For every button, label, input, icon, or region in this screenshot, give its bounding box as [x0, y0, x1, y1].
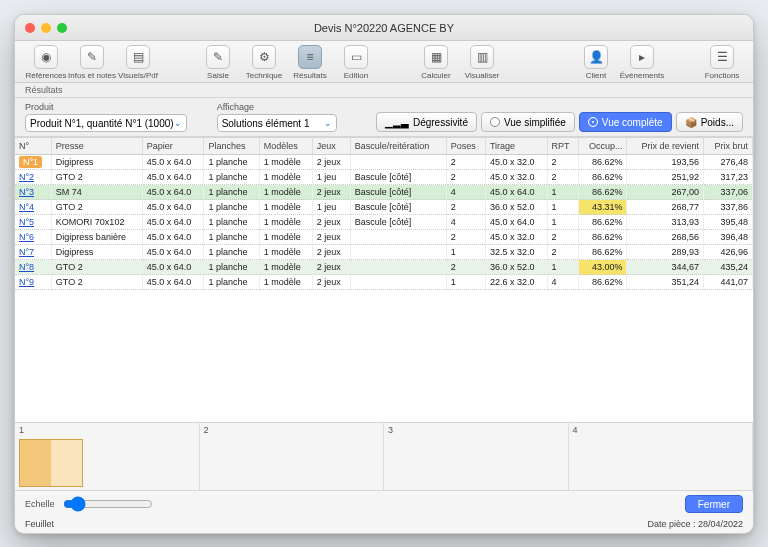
- package-icon: 📦: [685, 117, 697, 128]
- visualiser-icon: ▥: [470, 45, 494, 69]
- echelle-label: Echelle: [25, 499, 55, 509]
- col-header[interactable]: Presse: [51, 138, 142, 155]
- row-number-link[interactable]: N°9: [19, 277, 34, 287]
- table-row[interactable]: N°1Digipress45.0 x 64.01 planche1 modèle…: [15, 155, 753, 170]
- results-table-wrap[interactable]: N°PressePapierPlanchesModèlesJeuxBascule…: [15, 137, 753, 423]
- col-header[interactable]: Prix de revient: [627, 138, 704, 155]
- row-number-link[interactable]: N°1: [19, 156, 42, 168]
- produit-select[interactable]: Produit N°1, quantité N°1 (1000) ⌄: [25, 114, 187, 132]
- row-number-link[interactable]: N°3: [19, 187, 34, 197]
- degressivite-button[interactable]: ▁▂▃ Dégressivité: [376, 112, 477, 132]
- fonctions-icon: ☰: [710, 45, 734, 69]
- col-header[interactable]: Jeux: [312, 138, 350, 155]
- toolbar-fonctions[interactable]: ☰Fonctions: [701, 45, 743, 80]
- row-number-link[interactable]: N°6: [19, 232, 34, 242]
- close-window-button[interactable]: [25, 23, 35, 33]
- table-row[interactable]: N°3SM 7445.0 x 64.01 planche1 modèle2 je…: [15, 185, 753, 200]
- titlebar: Devis N°20220 AGENCE BY: [15, 15, 753, 41]
- thumbnail-cell[interactable]: 3: [384, 423, 569, 490]
- toolbar-client[interactable]: 👤Client: [575, 45, 617, 80]
- produit-label: Produit: [25, 102, 187, 112]
- toolbar-r-sultats[interactable]: ≡Résultats: [289, 45, 331, 80]
- table-row[interactable]: N°5KOMORI 70x10245.0 x 64.01 planche1 mo…: [15, 215, 753, 230]
- vue-simplifiee-button[interactable]: Vue simplifiée: [481, 112, 575, 132]
- main-toolbar: ◉Références✎Infos et notes▤Visuels/Pdf✎S…: [15, 41, 753, 83]
- saisie-icon: ✎: [206, 45, 230, 69]
- row-number-link[interactable]: N°8: [19, 262, 34, 272]
- col-header[interactable]: Prix brut: [704, 138, 753, 155]
- thumbnail-cell[interactable]: 4: [569, 423, 754, 490]
- toolbar-calculer[interactable]: ▦Calculer: [415, 45, 457, 80]
- affichage-select[interactable]: Solutions élément 1 ⌄: [217, 114, 337, 132]
- col-header[interactable]: Planches: [204, 138, 259, 155]
- table-row[interactable]: N°2GTO 245.0 x 64.01 planche1 modèle1 je…: [15, 170, 753, 185]
- footer-left: Feuillet: [25, 519, 54, 529]
- filter-bar: Produit Produit N°1, quantité N°1 (1000)…: [15, 98, 753, 137]
- edition-icon: ▭: [344, 45, 368, 69]
- col-header[interactable]: Bascule/reitération: [350, 138, 446, 155]
- col-header[interactable]: RPT: [547, 138, 578, 155]
- références-icon: ◉: [34, 45, 58, 69]
- poids-button[interactable]: 📦 Poids...: [676, 112, 743, 132]
- col-header[interactable]: Poses: [446, 138, 485, 155]
- table-row[interactable]: N°4GTO 245.0 x 64.01 planche1 modèle1 je…: [15, 200, 753, 215]
- toolbar-visuels-pdf[interactable]: ▤Visuels/Pdf: [117, 45, 159, 80]
- résultats-icon: ≡: [298, 45, 322, 69]
- toolbar-r-f-rences[interactable]: ◉Références: [25, 45, 67, 80]
- section-header: Résultats: [15, 83, 753, 98]
- row-number-link[interactable]: N°5: [19, 217, 34, 227]
- minimize-window-button[interactable]: [41, 23, 51, 33]
- événements-icon: ▸: [630, 45, 654, 69]
- footer-date: Date pièce : 28/04/2022: [647, 519, 743, 529]
- sheet-thumbnail: [19, 439, 83, 487]
- radio-icon: [490, 117, 500, 127]
- results-table: N°PressePapierPlanchesModèlesJeuxBascule…: [15, 138, 753, 290]
- toolbar-visualiser[interactable]: ▥Visualiser: [461, 45, 503, 80]
- window-title: Devis N°20220 AGENCE BY: [15, 22, 753, 34]
- vue-complete-button[interactable]: Vue complète: [579, 112, 672, 132]
- col-header[interactable]: N°: [15, 138, 51, 155]
- bars-icon: ▁▂▃: [385, 117, 409, 128]
- zoom-window-button[interactable]: [57, 23, 67, 33]
- col-header[interactable]: Occup...: [578, 138, 627, 155]
- thumbnail-row: 1234: [15, 423, 753, 491]
- col-header[interactable]: Papier: [142, 138, 204, 155]
- traffic-lights: [25, 23, 67, 33]
- row-number-link[interactable]: N°2: [19, 172, 34, 182]
- row-number-link[interactable]: N°7: [19, 247, 34, 257]
- visuels/pdf-icon: ▤: [126, 45, 150, 69]
- preview-pane: 1234 Echelle Fermer Feuillet Date pièce …: [15, 423, 753, 533]
- infos et notes-icon: ✎: [80, 45, 104, 69]
- thumbnail-cell[interactable]: 2: [200, 423, 385, 490]
- toolbar-edition[interactable]: ▭Edition: [335, 45, 377, 80]
- radio-icon: [588, 117, 598, 127]
- toolbar-saisie[interactable]: ✎Saisie: [197, 45, 239, 80]
- thumbnail-cell[interactable]: 1: [15, 423, 200, 490]
- technique-icon: ⚙: [252, 45, 276, 69]
- affichage-label: Affichage: [217, 102, 337, 112]
- col-header[interactable]: Tirage: [485, 138, 547, 155]
- client-icon: 👤: [584, 45, 608, 69]
- app-window: Devis N°20220 AGENCE BY ◉Références✎Info…: [14, 14, 754, 534]
- toolbar-infos-et-notes[interactable]: ✎Infos et notes: [71, 45, 113, 80]
- calculer-icon: ▦: [424, 45, 448, 69]
- toolbar--v-nements[interactable]: ▸Événements: [621, 45, 663, 80]
- table-row[interactable]: N°8GTO 245.0 x 64.01 planche1 modèle2 je…: [15, 260, 753, 275]
- row-number-link[interactable]: N°4: [19, 202, 34, 212]
- toolbar-technique[interactable]: ⚙Technique: [243, 45, 285, 80]
- fermer-button[interactable]: Fermer: [685, 495, 743, 513]
- table-row[interactable]: N°6Digipress banière45.0 x 64.01 planche…: [15, 230, 753, 245]
- table-row[interactable]: N°7Digipress45.0 x 64.01 planche1 modèle…: [15, 245, 753, 260]
- table-row[interactable]: N°9GTO 245.0 x 64.01 planche1 modèle2 je…: [15, 275, 753, 290]
- echelle-slider[interactable]: [63, 496, 153, 512]
- col-header[interactable]: Modèles: [259, 138, 312, 155]
- chevron-down-icon: ⌄: [324, 118, 332, 128]
- chevron-down-icon: ⌄: [174, 118, 182, 128]
